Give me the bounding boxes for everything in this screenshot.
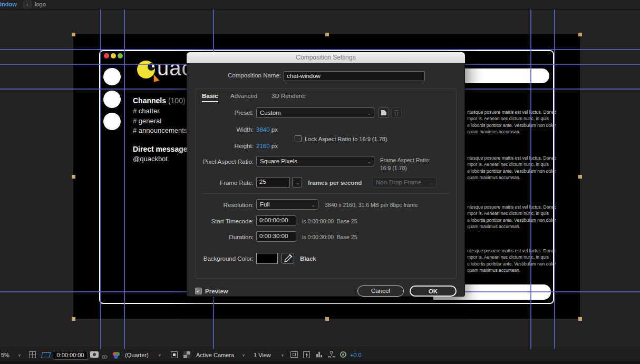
selection-handle[interactable] <box>578 317 582 321</box>
preview-checkbox[interactable]: ✓ <box>195 288 202 294</box>
channels-header: Channels (100) <box>133 96 186 105</box>
preset-dropdown[interactable]: Custom⌄ <box>256 107 374 118</box>
timeline-button[interactable] <box>316 351 323 358</box>
3d-view-chevron-icon[interactable]: ∨ <box>242 353 245 358</box>
selection-handle[interactable] <box>578 175 582 179</box>
tab-basic[interactable]: Basic <box>202 93 218 99</box>
selection-handle[interactable] <box>72 33 75 36</box>
pixel-aspect-label: Pixel Aspect Ratio: <box>196 159 254 165</box>
chat-message: ntesque posuere mattis est vel luctus. D… <box>467 109 555 135</box>
chat-message-text: e lobortis porttitor ante. Vestibulum no… <box>467 122 555 129</box>
duration-input[interactable]: 0:00:30:00 <box>256 231 296 242</box>
width-value[interactable]: 3840 px <box>256 126 278 133</box>
chat-message-text: quam maximus accumsan. <box>467 129 555 135</box>
chat-message-text: e lobortis porttitor ante. Vestibulum no… <box>467 168 555 174</box>
settings-group: Basic Advanced 3D Renderer Preset: Custo… <box>195 88 457 279</box>
save-preset-icon <box>381 110 386 115</box>
height-label: Height: <box>196 143 254 149</box>
workspace-avatar[interactable] <box>103 113 121 130</box>
channels-count: (100) <box>166 96 186 105</box>
tab-nav-chevron-icon[interactable]: ‹ <box>23 1 32 8</box>
resolution-chevron-icon[interactable]: ∨ <box>158 353 161 358</box>
save-preset-button[interactable] <box>379 107 389 118</box>
selection-handle[interactable] <box>72 317 75 321</box>
chat-message-text: ntesque posuere mattis est vel luctus. D… <box>467 248 555 254</box>
start-timecode-input[interactable]: 0:00:00:00 <box>256 215 296 226</box>
view-layout-popup[interactable]: 1 View <box>254 352 271 358</box>
minimize-traffic-light <box>111 53 116 58</box>
background-color-name: Black <box>300 255 316 262</box>
selection-handle[interactable] <box>325 33 329 36</box>
selection-handle[interactable] <box>325 317 329 321</box>
channel-item[interactable]: # announcements <box>133 126 187 134</box>
channel-item[interactable]: # general <box>133 117 161 125</box>
vertical-guide <box>530 9 531 349</box>
tab-advanced[interactable]: Advanced <box>230 93 257 99</box>
composition-tab-logo[interactable]: logo <box>35 1 46 7</box>
dialog-title[interactable]: Composition Settings <box>187 52 465 63</box>
lock-aspect-checkbox[interactable] <box>295 135 302 142</box>
3d-view-popup[interactable]: Active Camera <box>196 352 234 358</box>
magnification-control[interactable]: 5% <box>1 352 9 358</box>
frame-rate-input[interactable]: 25 <box>256 177 290 188</box>
close-traffic-light <box>104 53 109 58</box>
chat-message: ntesque posuere mattis est vel luctus. D… <box>467 204 555 230</box>
current-time-field[interactable]: 0:00:00:00 <box>53 351 88 360</box>
selection-handle[interactable] <box>578 33 582 36</box>
chat-message-text: ntesque posuere mattis est vel luctus. D… <box>467 204 555 210</box>
chat-message: ntesque posuere mattis est vel luctus. D… <box>467 248 555 273</box>
zoom-traffic-light <box>118 53 123 58</box>
transparency-grid-button[interactable] <box>183 351 190 358</box>
fast-previews-button[interactable] <box>303 351 310 358</box>
channel-item[interactable]: # chatter <box>133 107 160 115</box>
magnification-chevron-icon[interactable]: ∨ <box>18 353 21 358</box>
chat-message: ntesque posuere mattis est vel luctus. D… <box>467 155 555 181</box>
composition-name-input[interactable]: chat-window <box>284 71 425 81</box>
reset-exposure-button[interactable] <box>340 351 346 358</box>
duration-info: is 0:00:30:00 Base 25 <box>302 234 357 240</box>
chat-message-text: quam maximus accumsan. <box>467 174 555 181</box>
view-layout-chevron-icon[interactable]: ∨ <box>281 353 284 358</box>
frame-aspect-value: 16:9 (1.78) <box>380 165 407 171</box>
height-value[interactable]: 2160 px <box>256 143 278 149</box>
lock-aspect-label: Lock Aspect Ratio to 16:9 (1.78) <box>305 136 387 142</box>
duration-label: Duration: <box>196 234 254 240</box>
toolbar-footer-strip <box>0 361 640 364</box>
frame-rate-label: Frame Rate: <box>196 180 254 186</box>
chat-message-text: quam maximus accumsan. <box>467 267 555 273</box>
tab-basic-underline <box>202 101 218 102</box>
start-timecode-label: Start Timecode: <box>196 218 254 224</box>
pixel-aspect-correction-button[interactable] <box>290 351 298 358</box>
viewer-tab-bar: indow ‹ logo <box>0 0 640 9</box>
exposure-value[interactable]: +0.0 <box>350 352 362 358</box>
resolution-downsample-control[interactable]: (Quarter) <box>125 352 149 358</box>
pixel-aspect-dropdown[interactable]: Square Pixels⌄ <box>256 156 374 166</box>
snapshot-camera-icon[interactable] <box>90 351 99 358</box>
show-snapshot-icon[interactable] <box>102 351 108 361</box>
chat-message-text: ntesque posuere mattis est vel luctus. D… <box>467 109 555 115</box>
tab-3d-renderer[interactable]: 3D Renderer <box>271 93 306 99</box>
selection-handle[interactable] <box>72 175 75 179</box>
dm-item[interactable]: @quackbot <box>133 155 168 163</box>
cancel-button[interactable]: Cancel <box>357 286 404 297</box>
workspace-avatar[interactable] <box>103 91 121 108</box>
region-of-interest-button[interactable] <box>171 351 178 358</box>
frame-rate-chevron[interactable]: ⌄ <box>292 177 302 188</box>
ok-button[interactable]: OK <box>410 286 457 297</box>
active-composition-tab[interactable]: indow <box>0 1 17 7</box>
vertical-guide <box>124 9 125 349</box>
width-label: Width: <box>196 126 254 133</box>
background-color-swatch[interactable] <box>256 253 278 264</box>
resolution-dropdown[interactable]: Full⌄ <box>256 199 318 210</box>
section-divider <box>203 193 449 194</box>
drop-frame-dropdown: Non-Drop Frame⌄ <box>372 177 437 188</box>
frame-aspect-label: Frame Aspect Ratio: <box>380 157 430 163</box>
grid-and-guide-options-button[interactable] <box>29 351 36 358</box>
start-timecode-info: is 0:00:00:00 Base 25 <box>302 218 357 224</box>
delete-preset-button[interactable] <box>391 107 402 118</box>
mask-visibility-button[interactable] <box>42 352 50 358</box>
chat-message-text: quam maximus accumsan. <box>467 223 555 230</box>
composition-flowchart-button[interactable] <box>328 351 335 358</box>
workspace-avatar[interactable] <box>103 68 121 85</box>
eyedropper-button[interactable] <box>282 253 294 264</box>
